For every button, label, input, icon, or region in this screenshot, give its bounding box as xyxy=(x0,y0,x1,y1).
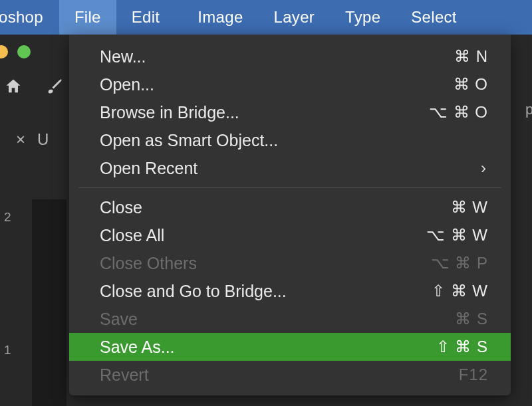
menu-layer[interactable]: Layer xyxy=(259,0,331,35)
menu-item-open[interactable]: Open...⌘ O xyxy=(69,70,511,98)
menu-item-open-as-smart-object[interactable]: Open as Smart Object... xyxy=(69,126,511,154)
close-icon[interactable]: × xyxy=(16,130,25,149)
menu-item-label: Browse in Bridge... xyxy=(100,103,239,122)
menu-item-label: Close All xyxy=(100,226,164,245)
menu-item-save: Save⌘ S xyxy=(69,305,511,333)
menu-edit[interactable]: Edit xyxy=(116,0,176,35)
canvas-area xyxy=(32,199,66,406)
menu-item-label: Revert xyxy=(100,365,149,385)
cropped-text: p xyxy=(525,101,532,118)
menu-item-label: Open Recent xyxy=(100,159,198,178)
menu-item-shortcut: ⌥ ⌘ P xyxy=(431,254,488,272)
menu-item-browse-in-bridge[interactable]: Browse in Bridge...⌥ ⌘ O xyxy=(69,98,511,126)
minimize-button[interactable] xyxy=(0,45,8,58)
menu-item-label: Close Others xyxy=(100,254,197,273)
menu-item-shortcut: ⌘ S xyxy=(455,310,488,328)
menu-item-shortcut: ⌘ O xyxy=(454,75,488,94)
menu-item-shortcut: ⌘ N xyxy=(454,47,488,66)
ruler-tick: 2 xyxy=(4,210,31,225)
file-menu-dropdown: New...⌘ NOpen...⌘ OBrowse in Bridge...⌥ … xyxy=(69,35,511,395)
menu-item-shortcut: ⇧ ⌘ W xyxy=(432,282,488,300)
menu-item-new[interactable]: New...⌘ N xyxy=(69,43,511,70)
menu-item-label: New... xyxy=(100,47,146,66)
menu-item-label: Open... xyxy=(100,75,154,94)
zoom-button[interactable] xyxy=(17,45,31,58)
menu-item-shortcut: ⌥ ⌘ W xyxy=(426,226,488,245)
menu-select[interactable]: Select xyxy=(396,0,472,35)
menu-item-label: Save xyxy=(100,310,138,329)
menu-item-label: Save As... xyxy=(100,338,175,357)
ruler-tick: 1 xyxy=(4,343,31,357)
document-tab[interactable]: × U xyxy=(16,130,49,149)
menu-item-close[interactable]: Close⌘ W xyxy=(69,193,511,221)
menu-item-revert: RevertF12 xyxy=(69,361,511,389)
menu-image[interactable]: Image xyxy=(175,0,258,35)
menu-type[interactable]: Type xyxy=(330,0,396,35)
chevron-right-icon: › xyxy=(481,159,488,177)
menu-item-close-all[interactable]: Close All⌥ ⌘ W xyxy=(69,221,511,249)
menu-item-shortcut: F12 xyxy=(459,365,488,384)
brush-icon[interactable] xyxy=(45,77,64,98)
menu-item-label: Close and Go to Bridge... xyxy=(100,282,287,301)
menu-file[interactable]: File xyxy=(59,0,116,35)
menu-item-close-and-go-to-bridge[interactable]: Close and Go to Bridge...⇧ ⌘ W xyxy=(69,277,511,305)
tab-label: U xyxy=(37,130,49,149)
home-icon[interactable] xyxy=(4,77,23,98)
app-name: oshop xyxy=(0,8,59,27)
menu-item-close-others: Close Others⌥ ⌘ P xyxy=(69,249,511,277)
menubar: oshop File Edit Image Layer Type Select xyxy=(0,0,532,35)
menu-item-label: Close xyxy=(100,198,142,217)
menu-item-shortcut: ⌥ ⌘ O xyxy=(429,103,488,122)
menu-item-label: Open as Smart Object... xyxy=(100,131,278,150)
window-controls xyxy=(0,40,31,58)
menu-separator xyxy=(78,187,501,188)
menu-item-shortcut: ⇧ ⌘ S xyxy=(436,338,488,356)
app-toolbar xyxy=(0,77,64,98)
menu-item-open-recent[interactable]: Open Recent› xyxy=(69,154,511,182)
menu-item-save-as[interactable]: Save As...⇧ ⌘ S xyxy=(69,333,511,361)
menu-item-shortcut: ⌘ W xyxy=(451,198,488,217)
vertical-ruler: 2 1 xyxy=(4,173,31,405)
